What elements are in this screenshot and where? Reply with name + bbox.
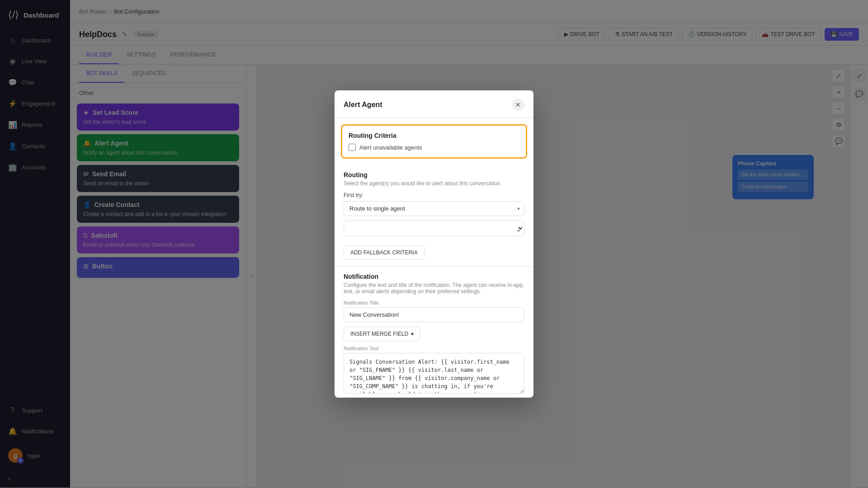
first-try-label: First try:: [344, 192, 524, 198]
notification-text-label: Notification Text: [344, 346, 524, 351]
routing-type-select[interactable]: Route to single agent: [344, 201, 524, 216]
notification-title-label: Notification Title: [344, 300, 524, 305]
insert-merge-field-button[interactable]: INSERT MERGE FIELD ▾: [344, 327, 420, 341]
routing-criteria-section: Routing Criteria Alert unavailable agent…: [341, 124, 527, 159]
modal-close-button[interactable]: ✕: [512, 99, 524, 111]
insert-merge-chevron: ▾: [411, 331, 414, 337]
modal-title: Alert Agent: [344, 101, 382, 109]
routing-criteria-title: Routing Criteria: [349, 132, 519, 139]
close-icon: ✕: [515, 101, 521, 108]
routing-description: Select the agent(s) you would like to al…: [344, 180, 524, 187]
agent-select[interactable]: [344, 221, 524, 236]
notification-section: Notification Configure the text and titl…: [335, 267, 533, 398]
routing-section: Routing Select the agent(s) you would li…: [335, 165, 533, 267]
routing-title: Routing: [344, 171, 524, 178]
modal-overlay: Alert Agent ✕ Routing Criteria Alert una…: [0, 0, 868, 488]
notification-text-textarea[interactable]: Signals Conversation Alert: {{ visitor.f…: [344, 353, 524, 394]
notification-title-input[interactable]: [344, 307, 524, 322]
routing-type-select-wrapper: Route to single agent ▾: [344, 201, 524, 216]
modal-body: Routing Criteria Alert unavailable agent…: [335, 124, 533, 398]
checkbox-row: Alert unavailable agents: [349, 144, 519, 151]
checkbox-label: Alert unavailable agents: [359, 144, 422, 151]
notification-title: Notification: [344, 273, 524, 280]
agent-select-wrapper: ▾: [344, 221, 524, 241]
alert-unavailable-checkbox[interactable]: [349, 144, 356, 151]
alert-agent-modal: Alert Agent ✕ Routing Criteria Alert una…: [335, 90, 533, 398]
notification-description: Configure the text and title of the noti…: [344, 282, 524, 295]
insert-merge-label: INSERT MERGE FIELD: [350, 331, 408, 337]
modal-header: Alert Agent ✕: [335, 90, 533, 118]
add-fallback-button[interactable]: ADD FALLBACK CRITERIA: [344, 245, 425, 260]
